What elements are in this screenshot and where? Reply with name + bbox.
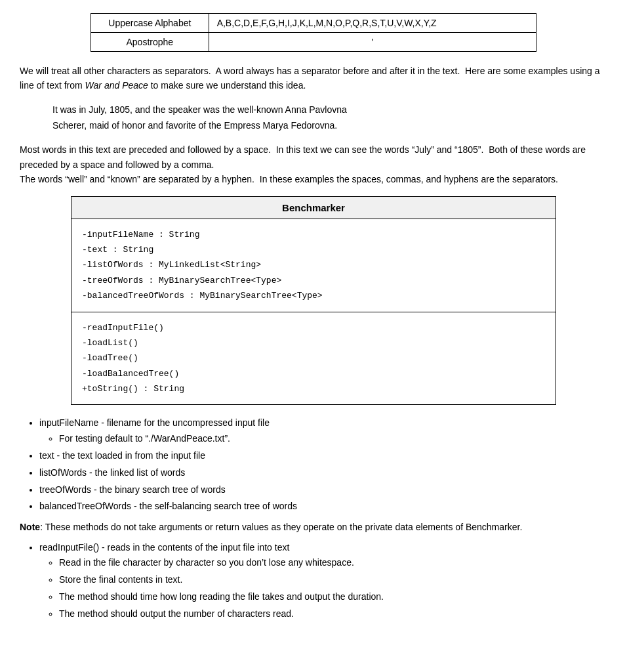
- list-item: The method should time how long reading …: [59, 589, 607, 605]
- list-item: text - the text loaded in from the input…: [39, 448, 607, 464]
- field-line: -balancedTreeOfWords : MyBinarySearchTre…: [82, 288, 545, 303]
- list-item: balancedTreeOfWords - the self-balancing…: [39, 499, 607, 514]
- list-item: readInputFile() - reads in the contents …: [39, 540, 607, 622]
- field-bullet-list: inputFileName - filename for the uncompr…: [39, 415, 607, 514]
- uppercase-label: Uppercase Alphabet: [91, 14, 209, 33]
- apostrophe-label: Apostrophe: [91, 33, 209, 52]
- benchmarker-methods: -readInputFile() -loadList() -loadTree()…: [71, 312, 556, 405]
- table-row: Uppercase Alphabet A,B,C,D,E,F,G,H,I,J,K…: [91, 14, 536, 33]
- list-item: For testing default to “./WarAndPeace.tx…: [59, 431, 607, 447]
- quote-block: It was in July, 1805, and the speaker wa…: [52, 102, 607, 134]
- field-line: -text : String: [82, 242, 545, 257]
- list-item: inputFileName - filename for the uncompr…: [39, 415, 607, 447]
- method-line: -readInputFile(): [82, 320, 545, 335]
- note-label: Note: [20, 522, 40, 532]
- list-item: Read in the file character by character …: [59, 555, 607, 571]
- method-line: -loadList(): [82, 335, 545, 350]
- method-line: +toString() : String: [82, 381, 545, 396]
- field-line: -listOfWords : MyLinkedList<String>: [82, 257, 545, 272]
- explanation-paragraph-1: Most words in this text are preceded and…: [20, 142, 607, 186]
- alphabet-table: Uppercase Alphabet A,B,C,D,E,F,G,H,I,J,K…: [91, 13, 536, 52]
- benchmarker-diagram: Benchmarker -inputFileName : String -tex…: [71, 196, 556, 406]
- method-line: -loadBalancedTree(): [82, 366, 545, 381]
- benchmarker-fields: -inputFileName : String -text : String -…: [71, 219, 556, 312]
- note-paragraph: Note: These methods do not take argument…: [20, 520, 607, 534]
- list-item: Store the final contents in text.: [59, 572, 607, 588]
- quote-line2: Scherer, maid of honor and favorite of t…: [52, 118, 607, 134]
- apostrophe-value: ': [209, 33, 536, 52]
- field-line: -treeOfWords : MyBinarySearchTree<Type>: [82, 273, 545, 288]
- intro-paragraph: We will treat all other characters as se…: [20, 64, 607, 93]
- book-title: War and Peace: [85, 80, 148, 91]
- benchmarker-title: Benchmarker: [71, 197, 556, 219]
- field-line: -inputFileName : String: [82, 227, 545, 242]
- note-content: : These methods do not take arguments or…: [40, 522, 522, 532]
- quote-line1: It was in July, 1805, and the speaker wa…: [52, 102, 607, 118]
- list-item: listOfWords - the linked list of words: [39, 465, 607, 481]
- method-bullet-list: readInputFile() - reads in the contents …: [39, 540, 607, 622]
- sub-bullet-list: For testing default to “./WarAndPeace.tx…: [59, 431, 607, 447]
- list-item: The method should output the number of c…: [59, 606, 607, 622]
- sub-bullet-list: Read in the file character by character …: [59, 555, 607, 621]
- table-row: Apostrophe ': [91, 33, 536, 52]
- alphabet-table-container: Uppercase Alphabet A,B,C,D,E,F,G,H,I,J,K…: [20, 13, 607, 52]
- method-line: -loadTree(): [82, 350, 545, 366]
- uppercase-value: A,B,C,D,E,F,G,H,I,J,K,L,M,N,O,P,Q,R,S,T,…: [209, 14, 536, 33]
- list-item: treeOfWords - the binary search tree of …: [39, 482, 607, 498]
